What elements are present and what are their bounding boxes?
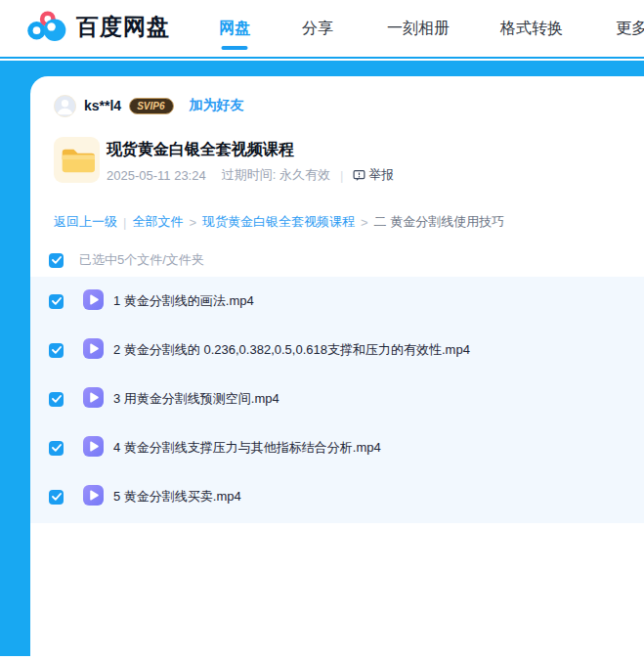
file-checkbox[interactable] bbox=[49, 441, 64, 456]
file-list: 1 黄金分割线的画法.mp4 2 黄金分割线的 0.236,0.382,0.5,… bbox=[30, 277, 644, 523]
video-file-icon bbox=[82, 484, 105, 510]
breadcrumb-current: 二 黄金分割线使用技巧 bbox=[374, 213, 505, 231]
file-row[interactable]: 5 黄金分割线买卖.mp4 bbox=[30, 472, 644, 521]
baidu-netdisk-share-page: 百度网盘 网盘 分享 一刻相册 格式转换 更多 bbox=[0, 0, 644, 660]
share-meta-row: 2025-05-11 23:24 过期时间: 永久有效 | 举报 bbox=[107, 166, 394, 184]
share-expire: 过期时间: 永久有效 bbox=[222, 166, 330, 184]
file-name[interactable]: 1 黄金分割线的画法.mp4 bbox=[113, 292, 254, 310]
sharer-username: ks**l4 bbox=[84, 98, 121, 113]
brand-name: 百度网盘 bbox=[76, 12, 170, 42]
check-icon bbox=[52, 346, 62, 354]
nav-tab-share[interactable]: 分享 bbox=[302, 0, 333, 57]
active-tab-underline bbox=[222, 46, 248, 50]
video-file-icon bbox=[82, 288, 105, 315]
check-icon bbox=[52, 493, 62, 501]
selection-summary: 已选中5个文件/文件夹 bbox=[79, 251, 204, 269]
file-checkbox[interactable] bbox=[49, 490, 64, 505]
file-row[interactable]: 3 用黄金分割线预测空间.mp4 bbox=[30, 374, 644, 423]
file-checkbox[interactable] bbox=[49, 343, 64, 358]
file-name[interactable]: 3 用黄金分割线预测空间.mp4 bbox=[113, 390, 279, 408]
selection-bar: 已选中5个文件/文件夹 bbox=[49, 245, 204, 275]
avatar bbox=[54, 95, 76, 117]
brand[interactable]: 百度网盘 bbox=[26, 9, 170, 44]
file-name[interactable]: 2 黄金分割线的 0.236,0.382,0.5,0.618支撑和压力的有效性.… bbox=[113, 341, 470, 359]
select-all-checkbox[interactable] bbox=[49, 253, 64, 268]
breadcrumb-folder-link[interactable]: 现货黄金白银全套视频课程 bbox=[202, 213, 355, 231]
nav-tab-netdisk[interactable]: 网盘 bbox=[219, 0, 250, 57]
nav-tab-album[interactable]: 一刻相册 bbox=[387, 0, 450, 57]
report-button[interactable]: 举报 bbox=[353, 166, 394, 184]
check-icon bbox=[52, 444, 62, 452]
check-icon bbox=[52, 297, 62, 305]
breadcrumb-all-files-link[interactable]: 全部文件 bbox=[132, 213, 183, 231]
top-navbar: 百度网盘 网盘 分享 一刻相册 格式转换 更多 bbox=[0, 0, 644, 59]
baidu-netdisk-logo-icon bbox=[26, 9, 67, 44]
video-file-icon bbox=[82, 337, 105, 364]
video-file-icon bbox=[82, 386, 105, 413]
svip-badge: SVIP6 bbox=[129, 98, 173, 114]
nav-tab-format-convert[interactable]: 格式转换 bbox=[500, 0, 563, 57]
report-icon bbox=[353, 169, 365, 182]
breadcrumb-back-link[interactable]: 返回上一级 bbox=[54, 213, 117, 231]
add-friend-link[interactable]: 加为好友 bbox=[190, 97, 244, 114]
file-row[interactable]: 2 黄金分割线的 0.236,0.382,0.5,0.618支撑和压力的有效性.… bbox=[30, 326, 644, 374]
file-checkbox[interactable] bbox=[49, 294, 64, 309]
file-row[interactable]: 4 黄金分割线支撑压力与其他指标结合分析.mp4 bbox=[30, 423, 644, 472]
share-title: 现货黄金白银全套视频课程 bbox=[107, 140, 294, 160]
file-name[interactable]: 5 黄金分割线买卖.mp4 bbox=[113, 488, 241, 506]
share-date: 2025-05-11 23:24 bbox=[107, 168, 206, 183]
sharer-info-row: ks**l4 SVIP6 加为好友 bbox=[54, 94, 244, 117]
video-file-icon bbox=[82, 435, 105, 462]
check-icon bbox=[52, 395, 62, 403]
breadcrumb: 返回上一级 | 全部文件 > 现货黄金白银全套视频课程 > 二 黄金分割线使用技… bbox=[54, 213, 504, 231]
shared-folder-icon bbox=[54, 137, 100, 183]
check-icon bbox=[52, 256, 62, 264]
nav-tab-more[interactable]: 更多 bbox=[616, 0, 644, 57]
file-name[interactable]: 4 黄金分割线支撑压力与其他指标结合分析.mp4 bbox=[113, 439, 381, 457]
share-card: ks**l4 SVIP6 加为好友 现货黄金白银全套视频课程 2025-05-1… bbox=[30, 76, 644, 660]
file-row[interactable]: 1 黄金分割线的画法.mp4 bbox=[30, 277, 644, 326]
meta-divider: | bbox=[340, 168, 343, 183]
file-checkbox[interactable] bbox=[49, 392, 64, 407]
